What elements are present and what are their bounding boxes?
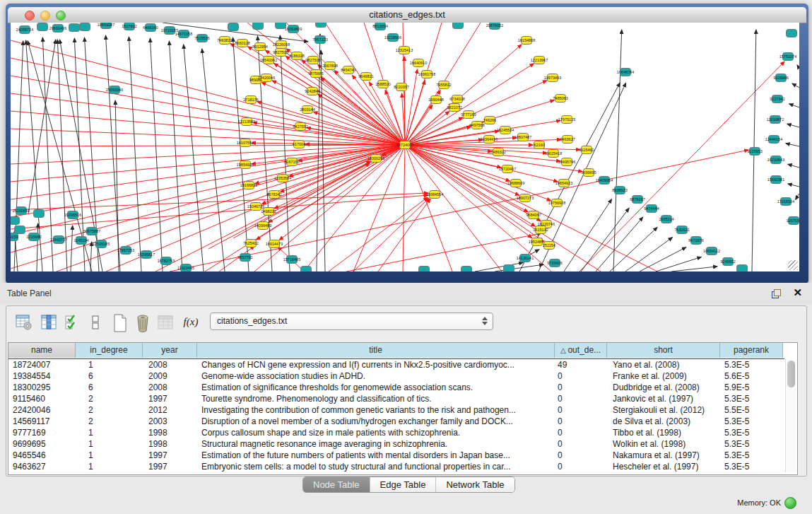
- network-node[interactable]: 15692381: [767, 176, 784, 184]
- network-node[interactable]: 2967808: [322, 62, 337, 70]
- resize-grip-icon[interactable]: [788, 260, 798, 270]
- network-node[interactable]: 20691406: [49, 25, 66, 33]
- network-node[interactable]: 16961758: [418, 71, 435, 78]
- network-node[interactable]: 16648784: [617, 69, 634, 76]
- network-node[interactable]: 8427552: [293, 123, 307, 131]
- network-node[interactable]: 16640910: [410, 59, 427, 67]
- network-node[interactable]: 1145194: [73, 237, 88, 245]
- network-node[interactable]: 6879197: [630, 196, 645, 204]
- row-height-icon[interactable]: [90, 313, 101, 332]
- network-window-titlebar[interactable]: citations_edges.txt: [8, 7, 806, 23]
- network-node[interactable]: 10025418: [545, 150, 562, 158]
- network-node[interactable]: 8267150: [284, 158, 299, 166]
- network-node[interactable]: 1615132: [533, 226, 548, 234]
- network-node[interactable]: 8454749: [341, 66, 355, 74]
- network-node[interactable]: 12093872: [767, 116, 784, 124]
- tab-node-table[interactable]: Node Table: [303, 477, 370, 492]
- network-node[interactable]: 1821072: [447, 104, 461, 112]
- table-row[interactable]: 969969511998Structural magnetic resonanc…: [8, 438, 784, 450]
- network-node[interactable]: 8912954: [252, 43, 267, 51]
- network-node[interactable]: 9684067: [526, 211, 541, 219]
- network-node[interactable]: 62160: [534, 141, 544, 149]
- table-row[interactable]: 1456911722003Disruption of a novel membe…: [8, 416, 784, 427]
- network-node[interactable]: [453, 23, 464, 29]
- network-node[interactable]: 12213967: [531, 57, 548, 64]
- network-node[interactable]: 9115460: [579, 146, 594, 154]
- network-canvas[interactable]: 7463822866012889129541822605898275051654…: [11, 23, 799, 271]
- network-node[interactable]: 16782753: [158, 257, 175, 265]
- network-node[interactable]: [419, 267, 430, 272]
- network-node[interactable]: [504, 265, 514, 272]
- network-node[interactable]: 25160650: [13, 207, 30, 215]
- network-node[interactable]: 13942737: [50, 236, 67, 244]
- network-node[interactable]: [80, 23, 90, 31]
- network-node[interactable]: 16914479: [266, 240, 283, 248]
- column-header-title[interactable]: title: [197, 343, 555, 358]
- table-row[interactable]: 1872400712008Changes of HCN gene express…: [8, 359, 784, 370]
- network-node[interactable]: [253, 23, 264, 30]
- network-node[interactable]: 16245534: [497, 127, 514, 134]
- network-node[interactable]: 25053346: [106, 86, 123, 94]
- network-node[interactable]: [11, 217, 20, 225]
- table-row[interactable]: 1938455462009Genome-wide association stu…: [8, 370, 784, 382]
- network-node[interactable]: 1215682: [26, 233, 41, 241]
- select-rows-icon[interactable]: [65, 313, 79, 332]
- network-node[interactable]: 9827508: [305, 57, 320, 64]
- network-node[interactable]: [69, 24, 80, 32]
- network-node[interactable]: 9777169: [461, 111, 476, 119]
- network-node[interactable]: 9646821: [358, 73, 373, 81]
- network-node[interactable]: 16543362: [260, 57, 277, 64]
- new-table-icon[interactable]: [111, 313, 129, 332]
- network-node[interactable]: 6497568: [469, 122, 484, 129]
- network-node[interactable]: 17975125: [558, 116, 575, 124]
- network-node[interactable]: 8660128: [235, 40, 249, 47]
- network-node[interactable]: 12444154: [765, 136, 782, 144]
- network-node[interactable]: 9215953: [747, 148, 762, 156]
- network-node[interactable]: 7485063: [553, 95, 567, 103]
- network-node[interactable]: 9474444: [644, 205, 659, 213]
- column-header-name[interactable]: name: [8, 343, 76, 358]
- network-node[interactable]: 7463822: [217, 37, 232, 45]
- network-node[interactable]: 14136141: [517, 255, 534, 262]
- network-node[interactable]: [37, 23, 48, 31]
- network-node[interactable]: 19384554: [426, 191, 443, 199]
- table-row[interactable]: 977716911998Corpus callosum shape and si…: [8, 427, 784, 438]
- network-node[interactable]: 9857791: [237, 254, 252, 262]
- network-node[interactable]: 14099489: [254, 222, 271, 230]
- network-node[interactable]: 8471676: [688, 237, 703, 245]
- network-node[interactable]: 18907273: [517, 194, 534, 202]
- network-node[interactable]: [316, 23, 326, 28]
- column-header-in_degree[interactable]: in_degree: [76, 343, 143, 358]
- network-node[interactable]: 1527602: [122, 23, 136, 30]
- network-node[interactable]: 16154808: [518, 37, 535, 45]
- network-node[interactable]: 9227342: [770, 95, 784, 103]
- network-node[interactable]: 2718176: [243, 96, 258, 104]
- network-node[interactable]: [15, 226, 25, 234]
- table-row[interactable]: 946362711997Embryonic stem cells: a mode…: [8, 461, 784, 472]
- network-node[interactable]: 24055724: [16, 26, 33, 34]
- network-node[interactable]: [34, 210, 45, 218]
- network-node[interactable]: 5875685: [308, 70, 323, 78]
- float-window-icon[interactable]: [772, 289, 781, 298]
- network-node[interactable]: 19218506: [384, 34, 401, 42]
- network-node[interactable]: 7486322: [490, 148, 505, 156]
- network-node[interactable]: 2935114: [659, 216, 673, 223]
- network-node[interactable]: 252254: [543, 242, 555, 250]
- network-node[interactable]: 7955812: [436, 81, 451, 89]
- network-node[interactable]: [461, 267, 472, 272]
- network-node[interactable]: 8938923: [612, 187, 627, 194]
- network-node[interactable]: 7632621: [674, 226, 689, 234]
- network-node[interactable]: [787, 30, 797, 37]
- network-node[interactable]: 18226058: [273, 41, 290, 49]
- tab-network-table[interactable]: Network Table: [436, 477, 514, 492]
- network-node[interactable]: 39159: [11, 233, 18, 241]
- network-node[interactable]: [228, 23, 239, 31]
- network-node[interactable]: 20206516: [64, 211, 81, 219]
- column-header-year[interactable]: year: [143, 343, 197, 358]
- vertical-scrollbar[interactable]: [785, 359, 796, 472]
- network-node[interactable]: 8220357: [394, 83, 408, 91]
- network-node[interactable]: [737, 265, 748, 272]
- network-node[interactable]: 746266: [483, 117, 496, 124]
- network-node[interactable]: 9827505: [273, 49, 288, 57]
- network-node[interactable]: 1990448: [428, 96, 443, 104]
